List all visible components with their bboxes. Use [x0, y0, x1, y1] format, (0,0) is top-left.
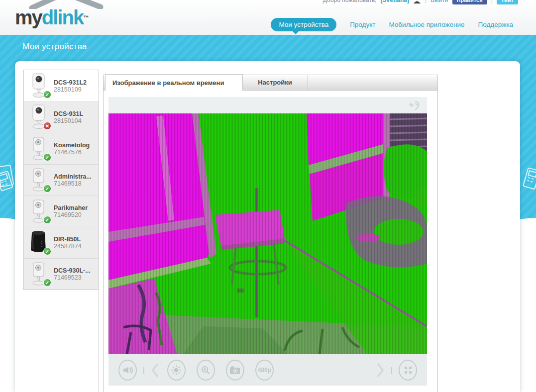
- device-name: Parikmaher: [54, 204, 88, 211]
- device-item-kosmetolog[interactable]: ✓ Kosmetolog71467576: [24, 133, 99, 164]
- player-controls: | 480p |: [108, 354, 427, 386]
- nav-product[interactable]: Продукт: [350, 21, 375, 28]
- separator: |: [391, 366, 393, 374]
- device-name: DCS-930L-...: [54, 267, 91, 274]
- device-name: DIR-850L: [54, 236, 82, 243]
- separator: |: [425, 0, 427, 3]
- account-bar: Добро пожаловать, [Svetlana] | Выйти Нра…: [323, 0, 518, 5]
- nav-my-devices[interactable]: Мои устройства: [271, 18, 336, 31]
- top-header: mydlink™ Добро пожаловать, [Svetlana] | …: [0, 0, 536, 35]
- tab-settings[interactable]: Настройки: [242, 75, 308, 90]
- separator: |: [143, 366, 145, 374]
- device-id: 28150104: [54, 117, 83, 124]
- page-title: Мои устройства: [22, 42, 87, 52]
- next-button[interactable]: [376, 363, 385, 378]
- content-panel: ✓ DCS-931L228150109 ✕ DCS-931L28150104 ✓…: [15, 61, 520, 392]
- resolution-label: 480p: [258, 367, 271, 374]
- separator: |: [491, 0, 493, 3]
- device-id: 71469520: [54, 211, 88, 218]
- facebook-like-button[interactable]: Нравится: [452, 0, 487, 4]
- camera-thumbnail: ✓: [27, 135, 51, 162]
- twitter-tweet-button[interactable]: Твит: [497, 0, 518, 4]
- device-name: DCS-931L2: [54, 79, 87, 86]
- nav-support[interactable]: Поддержка: [478, 21, 513, 28]
- status-online-icon: ✓: [43, 91, 51, 98]
- camera-thumbnail: ✕: [27, 104, 51, 131]
- device-item-dcs-930l[interactable]: ✓ DCS-930L-...71469523: [24, 258, 99, 290]
- brightness-button[interactable]: [167, 360, 186, 381]
- device-item-dcs-931l2[interactable]: ✓ DCS-931L228150109: [24, 70, 99, 101]
- status-offline-icon: ✕: [43, 122, 51, 130]
- device-name: DCS-931L: [54, 110, 83, 117]
- username-link[interactable]: [Svetlana]: [381, 0, 409, 3]
- status-online-icon: ✓: [43, 185, 51, 193]
- device-item-dir-850l[interactable]: ✓ DIR-850L24587874: [24, 227, 99, 258]
- router-thumbnail: ✓: [27, 229, 51, 256]
- device-item-dcs-931l[interactable]: ✕ DCS-931L28150104: [24, 101, 99, 133]
- camera-thumbnail: ✓: [27, 198, 51, 225]
- device-item-administra[interactable]: ✓ Administra...71469518: [24, 164, 99, 196]
- status-online-icon: ✓: [43, 216, 51, 224]
- device-id: 28150109: [54, 86, 87, 93]
- resolution-button[interactable]: 480p: [255, 360, 274, 381]
- status-online-icon: ✓: [43, 247, 51, 255]
- status-online-icon: ✓: [43, 279, 51, 287]
- camera-live-stream: [108, 113, 427, 354]
- nav-mobile-app[interactable]: Мобильное приложение: [389, 21, 464, 28]
- volume-button[interactable]: [118, 360, 137, 381]
- logout-link[interactable]: Выйти: [430, 0, 448, 3]
- device-name: Administra...: [54, 173, 92, 180]
- fullscreen-button[interactable]: [399, 360, 417, 381]
- snapshot-button[interactable]: [226, 360, 244, 381]
- camera-thumbnail: ✓: [27, 73, 51, 99]
- viewer-header: [108, 97, 427, 113]
- logo-text: mydlink™: [15, 9, 104, 26]
- main-nav: Мои устройства Продукт Мобильное приложе…: [271, 18, 513, 31]
- mydlink-logo[interactable]: mydlink™: [15, 0, 104, 26]
- status-online-icon: ✓: [43, 153, 51, 161]
- prev-button[interactable]: [151, 363, 159, 378]
- zoom-in-button[interactable]: [197, 360, 215, 381]
- device-id: 71469518: [54, 180, 92, 187]
- device-item-parikmaher[interactable]: ✓ Parikmaher71469520: [24, 196, 99, 227]
- listen-audio-icon[interactable]: [408, 99, 422, 111]
- tab-live-view[interactable]: Изображение в реальном времени: [105, 74, 243, 91]
- mydlink-page: mydlink™ Добро пожаловать, [Svetlana] | …: [0, 0, 536, 392]
- device-id: 71469523: [54, 274, 91, 281]
- camera-thumbnail: ✓: [27, 261, 51, 288]
- live-view-content: | 480p |: [103, 90, 438, 392]
- device-id: 24587874: [54, 243, 82, 250]
- user-icon: [413, 0, 421, 3]
- device-name: Kosmetolog: [54, 142, 90, 149]
- device-list: ✓ DCS-931L228150109 ✕ DCS-931L28150104 ✓…: [23, 70, 99, 290]
- welcome-text: Добро пожаловать,: [323, 0, 377, 3]
- device-id: 71467576: [54, 149, 90, 156]
- camera-thumbnail: ✓: [27, 167, 51, 194]
